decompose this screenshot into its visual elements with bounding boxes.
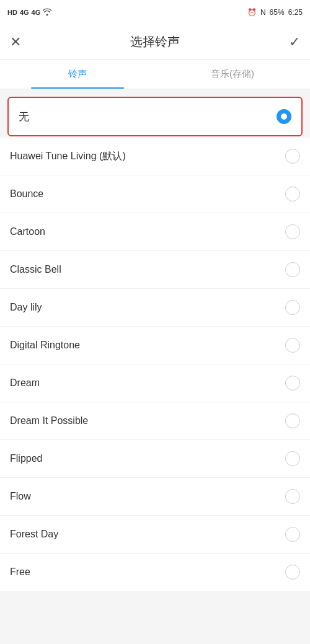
ringtone-name: Dream It Possible	[10, 415, 88, 426]
radio-selected-icon	[277, 109, 291, 124]
signal-label2: 4G	[32, 9, 41, 16]
radio-unselected-icon	[285, 451, 300, 466]
status-right: ⏰ N 65% 6:25	[247, 8, 303, 17]
radio-unselected-icon	[285, 300, 300, 315]
status-left: HD 4G 4G	[7, 8, 51, 17]
ringtone-name: Huawei Tune Living (默认)	[10, 150, 126, 163]
selected-none-row[interactable]: 无	[7, 97, 303, 136]
radio-unselected-icon	[285, 376, 300, 390]
content-area: 无 Huawei Tune Living (默认)BounceCartoonCl…	[0, 97, 310, 591]
time-label: 6:25	[288, 8, 303, 17]
tabs-container: 铃声 音乐(存储)	[0, 60, 310, 89]
carrier-label: HD	[7, 9, 17, 16]
wifi-icon	[43, 8, 51, 17]
list-item[interactable]: Classic Bell	[0, 251, 310, 289]
list-item[interactable]: Forest Day	[0, 516, 310, 554]
ringtone-name: Dream	[10, 377, 40, 389]
list-item[interactable]: Flow	[0, 478, 310, 516]
status-bar: HD 4G 4G ⏰ N 65% 6:25	[0, 0, 310, 25]
ringtone-list: Huawei Tune Living (默认)BounceCartoonClas…	[0, 138, 310, 591]
radio-unselected-icon	[285, 262, 300, 277]
ringtone-name: Digital Ringtone	[10, 340, 80, 351]
list-item[interactable]: Huawei Tune Living (默认)	[0, 138, 310, 175]
battery-label: 65%	[270, 8, 285, 17]
radio-unselected-icon	[285, 527, 300, 542]
alarm-icon: ⏰	[247, 8, 257, 17]
tab-ringtone-label: 铃声	[68, 68, 87, 79]
list-item[interactable]: Dream	[0, 364, 310, 402]
tab-ringtone[interactable]: 铃声	[0, 60, 155, 89]
nfc-icon: N	[260, 8, 266, 17]
list-item[interactable]: Cartoon	[0, 213, 310, 251]
list-item[interactable]: Flipped	[0, 440, 310, 478]
ringtone-name: Flow	[10, 491, 31, 502]
radio-unselected-icon	[285, 413, 300, 428]
list-item[interactable]: Free	[0, 554, 310, 591]
radio-unselected-icon	[285, 338, 300, 353]
radio-unselected-icon	[285, 489, 300, 504]
list-item[interactable]: Bounce	[0, 175, 310, 213]
list-item[interactable]: Dream It Possible	[0, 402, 310, 440]
radio-unselected-icon	[285, 187, 300, 201]
ringtone-name: Bounce	[10, 188, 43, 200]
confirm-button[interactable]: ✓	[289, 34, 300, 50]
ringtone-name: Cartoon	[10, 226, 45, 237]
selected-none-label: 无	[19, 110, 29, 124]
page-title: 选择铃声	[130, 33, 180, 50]
close-button[interactable]: ✕	[10, 34, 21, 50]
list-item[interactable]: Digital Ringtone	[0, 327, 310, 364]
signal-label: 4G	[20, 9, 29, 16]
radio-unselected-icon	[285, 565, 300, 580]
tab-music-label: 音乐(存储)	[211, 68, 254, 79]
tab-music[interactable]: 音乐(存储)	[155, 60, 310, 89]
radio-unselected-icon	[285, 224, 300, 239]
radio-unselected-icon	[285, 149, 300, 164]
ringtone-name: Flipped	[10, 453, 42, 464]
ringtone-name: Forest Day	[10, 529, 58, 540]
ringtone-name: Free	[10, 567, 30, 578]
list-item[interactable]: Day lily	[0, 289, 310, 327]
ringtone-name: Day lily	[10, 302, 42, 313]
top-bar: ✕ 选择铃声 ✓	[0, 25, 310, 60]
ringtone-name: Classic Bell	[10, 264, 61, 275]
